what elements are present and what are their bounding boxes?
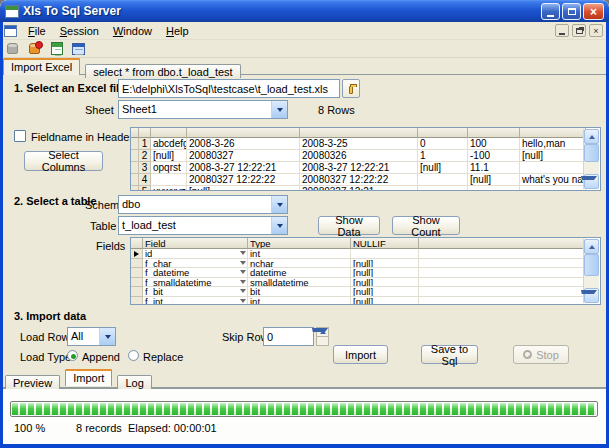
grid-cell[interactable]: -100 [468,150,520,162]
menu-session[interactable]: Session [53,24,106,38]
scroll-up-icon[interactable] [584,129,599,144]
grid-cell[interactable]: 3 [139,162,151,174]
fields-grid-row[interactable]: f_bitbit[null] [131,287,600,297]
show-count-button[interactable]: Show Count [392,216,460,235]
fields-grid-row[interactable]: f_intint[null] [131,297,600,306]
scroll-down-icon[interactable] [584,288,599,303]
grid-cell[interactable]: [null] [151,150,187,162]
field-nullif-cell[interactable]: [null] [351,287,419,297]
minimize-button[interactable] [541,3,560,20]
grid-cell[interactable] [418,186,468,191]
chevron-down-icon[interactable] [240,261,246,265]
field-nullif-cell[interactable]: [null] [351,268,419,278]
grid-cell[interactable]: 1 [139,138,151,150]
field-name-cell[interactable]: f_bit [143,287,248,297]
fields-grid-row[interactable]: f_datetimedatetime[null] [131,268,600,278]
chevron-down-icon[interactable] [240,251,246,255]
field-name-cell[interactable]: f_datetime [143,268,248,278]
chevron-down-icon[interactable] [240,280,246,284]
grid-cell[interactable]: opqrst [151,162,187,174]
grid-cell[interactable]: 2008-3-27 12:22:21 [300,162,418,174]
menu-window[interactable]: Window [106,24,159,38]
scrollbar-thumb[interactable] [584,254,599,276]
excel-grid-row[interactable]: 3opqrst2008-3-27 12:22:212008-3-27 12:22… [131,162,600,174]
grid-cell[interactable]: 20080327 12:22:22 [300,174,418,186]
tab-import[interactable]: Import [65,369,112,386]
close-button[interactable]: × [583,3,604,20]
tab-preview[interactable]: Preview [5,375,60,389]
field-type-cell[interactable]: bit [248,287,351,297]
grid-cell[interactable] [151,174,187,186]
chevron-down-icon[interactable] [271,196,287,213]
grid-cell[interactable]: 20080327 12:22:22 [187,174,300,186]
replace-radio[interactable] [128,350,139,361]
grid-cell[interactable]: 1 [418,150,468,162]
append-radio[interactable] [67,350,78,361]
excel-grid-row[interactable]: 5uvwxyz[null]20080327 12:21 [131,186,600,191]
excel-file-icon[interactable] [48,41,65,57]
excel-file-input[interactable] [118,79,340,98]
field-name-cell[interactable]: f_smalldatetime [143,278,248,288]
menu-file[interactable]: File [21,24,53,38]
sheet-select[interactable]: Sheet1 [118,100,288,119]
fields-grid-row[interactable]: f_charnchar[null] [131,259,600,269]
mdi-restore-button[interactable] [572,24,586,37]
field-type-cell[interactable]: int [248,297,351,306]
chevron-down-icon[interactable] [271,217,287,234]
chevron-down-icon[interactable] [240,299,246,303]
select-columns-button[interactable]: Select Columns [24,151,103,171]
chevron-down-icon[interactable] [240,270,246,274]
excel-grid-scrollbar[interactable] [583,129,599,189]
show-data-button[interactable]: Show Data [318,216,380,235]
grid-cell[interactable] [468,186,520,191]
sql-query-window-icon[interactable] [70,41,87,57]
field-name-cell[interactable]: f_int [143,297,248,306]
maximize-button[interactable] [562,3,581,20]
grid-cell[interactable]: 100 [468,138,520,150]
excel-grid-row[interactable]: 2[null]20080327200803261-100[null] [131,150,600,162]
spin-down-icon[interactable] [316,337,329,346]
grid-cell[interactable]: 2008-3-25 [300,138,418,150]
grid-cell[interactable]: 11.1 [468,162,520,174]
grid-cell[interactable]: 20080327 [187,150,300,162]
grid-cell[interactable]: 0 [418,138,468,150]
connect-icon[interactable] [4,41,21,57]
chevron-down-icon[interactable] [271,101,287,118]
chevron-down-icon[interactable] [99,328,115,345]
scroll-up-icon[interactable] [584,239,599,254]
field-nullif-cell[interactable]: [null] [351,297,419,306]
mdi-close-button[interactable]: × [589,24,603,37]
grid-cell[interactable] [418,174,468,186]
excel-grid-row[interactable]: 420080327 12:22:2220080327 12:22:22[null… [131,174,600,186]
fields-grid-row[interactable]: f_smalldatetimesmalldatetime[null] [131,278,600,288]
field-name-cell[interactable]: f_char [143,259,248,269]
scroll-down-icon[interactable] [584,174,599,189]
field-nullif-cell[interactable]: [null] [351,259,419,269]
table-select[interactable]: t_load_test [118,216,288,235]
field-type-cell[interactable]: nchar [248,259,351,269]
save-to-sql-button[interactable]: Save to Sql [421,345,478,364]
grid-cell[interactable]: 4 [139,174,151,186]
fields-grid-row[interactable]: idint [131,249,600,259]
database-disconnect-icon[interactable] [26,41,43,57]
grid-cell[interactable]: 2008-3-27 12:22:21 [187,162,300,174]
chevron-down-icon[interactable] [240,289,246,293]
fields-grid-scrollbar[interactable] [583,239,599,303]
tab-select-query[interactable]: select * from dbo.t_load_test [85,64,240,78]
tab-log[interactable]: Log [117,375,151,389]
grid-cell[interactable]: [null] [418,162,468,174]
tab-import-excel[interactable]: Import Excel [3,58,80,75]
grid-cell[interactable] [520,186,586,191]
field-nullif-cell[interactable] [351,249,419,259]
grid-cell[interactable]: 20080327 12:21 [300,186,418,191]
scrollbar-thumb[interactable] [584,144,599,162]
mdi-minimize-button[interactable] [555,24,569,37]
skip-rows-input[interactable] [263,327,314,346]
schema-select[interactable]: dbo [118,195,288,214]
import-button[interactable]: Import [333,345,388,364]
grid-cell[interactable]: [null] [520,150,586,162]
grid-cell[interactable]: [null] [187,186,300,191]
grid-cell[interactable]: 2008-3-26 [187,138,300,150]
skip-rows-stepper[interactable] [316,327,329,346]
field-type-cell[interactable]: datetime [248,268,351,278]
